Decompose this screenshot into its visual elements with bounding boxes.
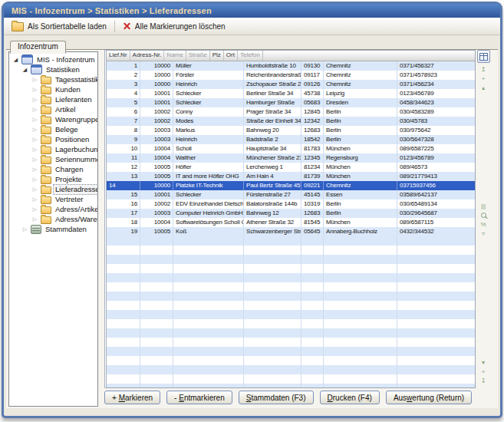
- mark-button[interactable]: + Markieren: [104, 391, 160, 404]
- cell-liefnr: 2: [107, 71, 140, 80]
- cell-adressnr: 10000: [140, 181, 173, 190]
- add-row-icon[interactable]: +: [476, 74, 490, 84]
- table-row[interactable]: 18 10004 Softwarelösungen Scholl Gmb Ath…: [107, 218, 475, 227]
- tree-item-label: Warengruppen: [54, 115, 98, 124]
- cell-adressnr: 10001: [140, 89, 173, 98]
- table-row[interactable]: 19 10005 Koß Schwarzenberger Straße 0564…: [107, 227, 475, 236]
- table-row[interactable]: 6 10002 Conny Prager Straße 34 12845 Ber…: [107, 107, 475, 117]
- col-plz[interactable]: Plz: [210, 51, 224, 61]
- table-row[interactable]: 7 10002 Modes Straße der Einheit 34 1234…: [107, 117, 475, 126]
- tree-item-positionen[interactable]: Positionen: [9, 134, 97, 144]
- tree-expand-arrow-icon[interactable]: [21, 64, 28, 74]
- table-properties-button[interactable]: [477, 50, 490, 63]
- tree-expand-arrow-icon[interactable]: [31, 84, 38, 94]
- col-name[interactable]: Name: [164, 51, 186, 61]
- tree-item-warengruppen[interactable]: Warengruppen: [9, 114, 97, 124]
- cell-ort: München: [324, 163, 397, 172]
- clear-all-marks-button[interactable]: Alle Markierungen löschen: [119, 21, 229, 32]
- tree-item-stammdaten[interactable]: Stammdaten: [9, 224, 97, 234]
- table-row[interactable]: 2 10000 Förster Reichenbranderstraße 3 0…: [107, 71, 475, 80]
- table-row[interactable]: 4 10001 Schlecker Berliner Straße 34 457…: [107, 89, 475, 98]
- col-ort[interactable]: Ort: [224, 51, 238, 61]
- tree-item-chargen[interactable]: Chargen: [9, 164, 97, 174]
- table-row[interactable]: 8 10003 Markus Bahnweg 20 12683 Berlin 0…: [107, 126, 475, 135]
- evaluate-button[interactable]: Auswertung (Return): [386, 391, 472, 404]
- tree-item-lieferanten[interactable]: Lieferanten: [9, 94, 97, 104]
- tree-item-mis-infozentrum[interactable]: MIS - Infozentrum: [9, 54, 97, 64]
- col-strasse[interactable]: Straße: [186, 51, 210, 61]
- scroll-up-icon[interactable]: ▴: [476, 84, 490, 93]
- tree-item-projekte[interactable]: Projekte: [9, 174, 97, 184]
- table-row[interactable]: 9 10003 Heinrich Badstraße 2 18542 Berli…: [107, 135, 475, 144]
- cell-name: Markus: [173, 126, 244, 135]
- stammdaten-button[interactable]: Stammdaten (F3): [239, 391, 314, 404]
- tree-item-lagerbuchungen[interactable]: Lagerbuchungen: [9, 144, 97, 154]
- table-row[interactable]: 5 10001 Schlecker Hamburger Straße 05683…: [107, 98, 475, 107]
- table-row[interactable]: 1 10000 Müller Humboldtstraße 10 09130 C…: [107, 61, 475, 71]
- cell-telefon: 089/46573: [397, 163, 475, 172]
- tree-item-adress-artikel[interactable]: Adress/Artikel: [9, 204, 97, 214]
- tree-expand-arrow-icon[interactable]: [31, 164, 38, 174]
- table-row[interactable]: 17 10003 Computer Heinrich GmbH Bahnweg …: [107, 209, 475, 218]
- table-row[interactable]: 12 10005 Höfler Lerchenweg 1 81234 Münch…: [107, 163, 475, 172]
- table-row[interactable]: 14 10000 Platzke IT-Technik Paul Bertz S…: [107, 181, 475, 190]
- scroll-top-icon[interactable]: ↥: [476, 65, 490, 74]
- tree-item-tagesstatistik[interactable]: Tagesstatistik: [9, 74, 97, 84]
- expand-down-icon[interactable]: ▿: [476, 229, 490, 239]
- cell-ort: Berlin: [324, 107, 397, 117]
- tree-expand-arrow-icon[interactable]: [31, 144, 38, 154]
- tree-item-label: Statistiken: [44, 65, 81, 74]
- print-button[interactable]: Drucken (F4): [320, 391, 380, 404]
- tree-item-kunden[interactable]: Kunden: [9, 84, 97, 94]
- tree-item-vertreter[interactable]: Vertreter: [9, 194, 97, 204]
- tree-expand-arrow-icon[interactable]: [21, 224, 28, 234]
- cell-telefon: 0123/456789: [397, 89, 475, 98]
- cell-ort: Chemnitz: [324, 181, 397, 190]
- tree-item-belege[interactable]: Belege: [9, 124, 97, 134]
- col-liefnr[interactable]: Lief.Nr: [107, 51, 130, 61]
- table-row[interactable]: 3 10000 Heinrich Zschopauer Straße 280 0…: [107, 80, 475, 89]
- table-row[interactable]: 13 10005 IT and more Höfler OHG Am Hain …: [107, 172, 475, 181]
- tree-expand-arrow-icon[interactable]: [31, 74, 38, 84]
- tree-expand-arrow-icon[interactable]: [31, 184, 38, 194]
- unmark-button[interactable]: - Entmarkieren: [166, 391, 232, 404]
- scroll-end-icon[interactable]: ↧: [476, 377, 490, 386]
- tree-expand-arrow-icon[interactable]: [31, 194, 38, 204]
- tree-expand-arrow-icon[interactable]: [31, 204, 38, 214]
- search-icon[interactable]: [476, 211, 490, 220]
- tree-expand-arrow-icon[interactable]: [31, 174, 38, 184]
- tree-expand-arrow-icon[interactable]: [31, 104, 38, 114]
- tab-infozentrum[interactable]: Infozentrum: [10, 41, 66, 54]
- tree-expand-arrow-icon[interactable]: [31, 94, 38, 104]
- cell-plz: 12845: [301, 107, 324, 117]
- tree-expand-arrow-icon[interactable]: [31, 154, 38, 164]
- table-row[interactable]: 15 10001 Schlecker Fürstenstraße 27 4514…: [107, 190, 475, 199]
- tree-item-adress-warengruppen[interactable]: Adress/Warengruppen: [9, 214, 97, 224]
- tree-expand-arrow-icon[interactable]: [31, 124, 38, 134]
- cell-adressnr: 10000: [140, 71, 173, 80]
- tree-item-lieferadressen[interactable]: Lieferadressen: [9, 184, 97, 194]
- table-row[interactable]: 11 10004 Walther Münchener Straße 23 123…: [107, 153, 475, 163]
- tree-item-icon: [41, 147, 51, 154]
- table-row[interactable]: 10 10004 Scholl Hauptstraße 34 81783 Mün…: [107, 144, 475, 153]
- add-icon[interactable]: +: [476, 368, 490, 377]
- cell-liefnr: 4: [107, 89, 140, 98]
- tree-expand-arrow-icon[interactable]: [31, 214, 38, 224]
- load-sort-table-button[interactable]: Als Sortiertabelle laden: [8, 19, 110, 33]
- tree-expand-arrow-icon[interactable]: [31, 114, 38, 124]
- scroll-down-icon[interactable]: ▾: [476, 358, 490, 368]
- tree-item-seriennummern[interactable]: Seriennummern: [9, 154, 97, 164]
- tree-expand-arrow-icon[interactable]: [12, 54, 19, 64]
- tree-item-label: Projekte: [54, 175, 84, 184]
- tree-item-artikel[interactable]: Artikel: [9, 104, 97, 114]
- zoom-scale-icon[interactable]: %: [476, 220, 490, 229]
- col-telefon[interactable]: Telefon: [238, 51, 263, 61]
- table-row[interactable]: 16 10002 EDV Einzelhandel Dietsch Gmb Ba…: [107, 199, 475, 209]
- tree-expand-arrow-icon[interactable]: [31, 134, 38, 144]
- tree-item-icon: [21, 54, 33, 64]
- col-adressnr[interactable]: Adress-Nr.: [130, 51, 165, 61]
- cell-liefnr: 3: [107, 80, 140, 89]
- tree-item-statistiken[interactable]: Statistiken: [9, 64, 97, 74]
- cell-telefon: 03589/642137: [397, 190, 475, 199]
- columns-icon[interactable]: |||: [476, 202, 490, 211]
